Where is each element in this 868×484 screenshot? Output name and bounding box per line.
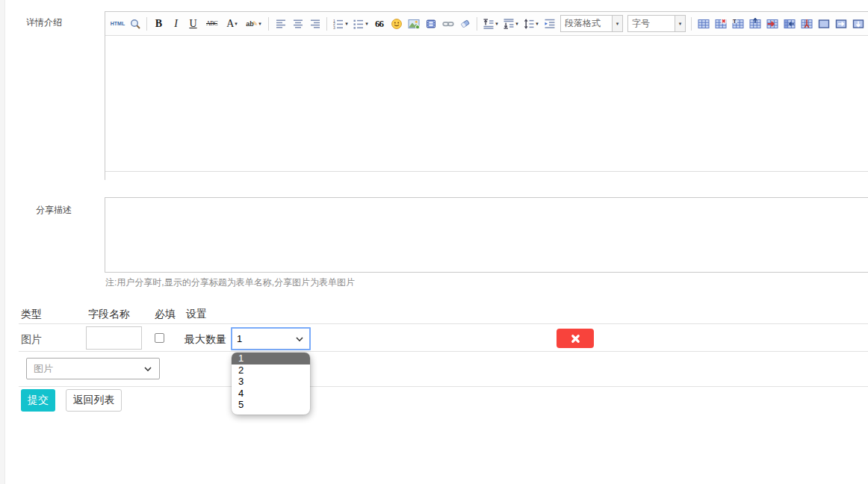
col-header-required: 必填 — [155, 308, 176, 321]
toolbar-separator — [268, 17, 269, 31]
rich-text-editor: HTMLBIUABCA▾ab✎▾123▾▾66▾▾▾段落格式▾字号▾T — [105, 11, 868, 180]
svg-text:T: T — [733, 18, 737, 25]
remove-format-icon[interactable] — [456, 15, 474, 33]
toolbar-separator — [691, 17, 692, 31]
cell-full-icon[interactable] — [815, 15, 832, 33]
max-count-label: 最大数量 — [185, 333, 226, 347]
margin-bottom-icon[interactable]: ▾ — [500, 15, 521, 33]
submit-button[interactable]: 提交 — [21, 389, 55, 412]
dropdown-option[interactable]: 1 — [232, 353, 310, 364]
image-icon[interactable] — [405, 15, 422, 33]
cell-arrow-right-icon[interactable] — [832, 15, 849, 33]
field-name-input[interactable] — [86, 326, 142, 350]
paragraph-format-combobox[interactable]: 段落格式▾ — [560, 15, 623, 32]
preview-icon[interactable] — [126, 15, 143, 33]
cell-arrow-down-icon[interactable] — [849, 15, 867, 33]
blockquote-icon[interactable]: 66 — [371, 15, 388, 33]
toolbar-separator — [477, 17, 477, 31]
unordered-list-icon[interactable]: ▾ — [350, 15, 371, 33]
editor-content-area[interactable] — [105, 36, 868, 171]
field-type-text: 图片 — [21, 333, 42, 347]
divider — [19, 386, 868, 387]
share-desc-textarea[interactable] — [105, 197, 868, 273]
field-type-select[interactable]: 图片 — [26, 358, 160, 379]
page-left-edge — [0, 0, 5, 484]
dropdown-option[interactable]: 5 — [232, 399, 310, 411]
table-prop-icon[interactable]: T — [729, 15, 746, 33]
table-pin-top-icon[interactable] — [746, 15, 763, 33]
dropdown-option[interactable]: 4 — [232, 388, 310, 400]
required-checkbox[interactable] — [155, 333, 164, 343]
max-count-select-value: 1 — [237, 333, 242, 344]
back-to-list-button[interactable]: 返回列表 — [66, 389, 122, 412]
share-desc-label: 分享描述 — [36, 204, 72, 217]
media-icon[interactable] — [422, 15, 439, 33]
highlight-color-icon[interactable]: ab✎▾ — [242, 15, 265, 33]
html-source-icon[interactable]: HTML — [109, 15, 126, 33]
divider — [19, 323, 868, 324]
line-height-icon[interactable]: ▾ — [521, 15, 541, 33]
col-header-settings: 设置 — [186, 308, 207, 321]
dropdown-option[interactable]: 3 — [232, 376, 310, 388]
italic-icon[interactable]: I — [167, 15, 185, 33]
field-type-select-value: 图片 — [34, 362, 53, 376]
divider — [19, 351, 868, 352]
editor-toolbar: HTMLBIUABCA▾ab✎▾123▾▾66▾▾▾段落格式▾字号▾T — [105, 12, 868, 36]
font-size-label: 字号 — [628, 16, 675, 31]
chevron-down-icon — [144, 367, 152, 372]
underline-icon[interactable]: U — [185, 15, 202, 33]
select-dropdown-popup: 12345 — [232, 353, 310, 415]
col-header-type: 类型 — [21, 308, 42, 321]
toolbar-separator — [326, 17, 327, 31]
align-right-icon[interactable] — [306, 15, 323, 33]
dropdown-option[interactable]: 2 — [232, 364, 310, 376]
emoticon-icon[interactable] — [388, 15, 405, 33]
chevron-down-icon[interactable]: ▾ — [612, 16, 622, 31]
table-delete-icon[interactable] — [712, 15, 729, 33]
chevron-down-icon[interactable]: ▾ — [675, 16, 685, 31]
strikethrough-icon[interactable]: ABC — [202, 15, 222, 33]
svg-text:3: 3 — [333, 25, 335, 30]
font-size-combobox[interactable]: 字号▾ — [627, 15, 686, 32]
col-header-name: 字段名称 — [88, 308, 130, 321]
bold-icon[interactable]: B — [150, 15, 167, 33]
delete-x-icon — [570, 333, 581, 344]
indent-icon[interactable] — [541, 15, 558, 33]
detail-intro-label: 详情介绍 — [26, 16, 62, 29]
share-note: 注:用户分享时,显示的分享标题为表单名称,分享图片为表单图片 — [105, 276, 355, 289]
align-center-icon[interactable] — [289, 15, 306, 33]
table-split-cell-icon[interactable] — [798, 15, 815, 33]
link-icon[interactable] — [439, 15, 456, 33]
max-count-select[interactable]: 1 — [231, 327, 311, 350]
align-left-icon[interactable] — [272, 15, 289, 33]
paragraph-format-label: 段落格式 — [561, 16, 612, 31]
table-col-left-icon[interactable] — [781, 15, 798, 33]
page: 详情介绍 HTMLBIUABCA▾ab✎▾123▾▾66▾▾▾段落格式▾字号▾T… — [0, 0, 868, 484]
delete-row-button[interactable] — [557, 329, 594, 348]
table-arrow-right-icon[interactable] — [763, 15, 781, 33]
chevron-down-icon — [296, 337, 303, 342]
ordered-list-icon[interactable]: 123▾ — [330, 15, 350, 33]
font-color-icon[interactable]: A▾ — [222, 15, 242, 33]
table-insert-icon[interactable] — [695, 15, 712, 33]
margin-top-icon[interactable]: ▾ — [480, 15, 500, 33]
editor-statusbar — [105, 171, 868, 180]
toolbar-separator — [146, 17, 147, 31]
